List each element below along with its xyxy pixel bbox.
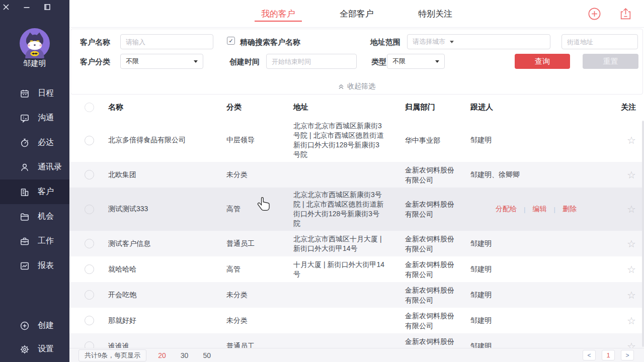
calendar-icon — [19, 88, 30, 99]
page-size-20[interactable]: 20 — [158, 351, 166, 359]
table-body: 北京多倍得食品有限公司 中层领导 北京市北京市西城区新康街3号院 | 北京市西城… — [69, 119, 644, 348]
sidebar: 邹建明 日程沟通必达通讯录客户机会工作报表 创建设置 — [0, 0, 69, 362]
row-action-编辑[interactable]: 编辑 — [533, 205, 547, 214]
customer-name: 北欧集团 — [108, 170, 226, 179]
prev-page-button[interactable]: < — [583, 350, 596, 360]
star-icon[interactable]: ☆ — [627, 315, 636, 326]
sidebar-item-通讯录[interactable]: 通讯录 — [0, 155, 69, 179]
star-icon[interactable]: ☆ — [627, 264, 636, 275]
type-select[interactable]: 不限 — [387, 54, 445, 69]
sidebar-item-客户[interactable]: 客户 — [0, 179, 69, 204]
sidebar-item-工作[interactable]: 工作 — [0, 229, 69, 253]
customer-address: 北京北京市西城区十月大厦 | 新街口外大街甲14号 — [293, 232, 405, 256]
reset-button[interactable]: 重置 — [583, 54, 638, 69]
customer-address: 十月大厦 | 新街口外大街甲14号 — [293, 257, 405, 282]
tab-我的客户[interactable]: 我的客户 — [259, 0, 298, 27]
star-icon[interactable]: ☆ — [627, 135, 636, 146]
page-size-options: 203050 — [158, 351, 211, 359]
table-row[interactable]: 就哈哈哈 高管 十月大厦 | 新街口外大街甲14号 金新农饲料股份有限公司 邹建… — [69, 256, 644, 282]
customer-follower: 邹建明 — [470, 136, 606, 145]
page-size-30[interactable]: 30 — [181, 351, 189, 359]
table-row[interactable]: 测试测试333 高管 北京北京市西城区新康街3号院 | 北京市西城区德胜街道新街… — [69, 188, 644, 231]
row-action-分配给[interactable]: 分配给 — [496, 205, 517, 214]
customer-name-input[interactable] — [120, 34, 213, 49]
action-separator: | — [554, 206, 555, 213]
row-select-radio[interactable] — [85, 341, 94, 348]
row-select-radio[interactable] — [85, 264, 94, 274]
header-department: 归属部门 — [405, 103, 470, 112]
table-row[interactable]: 开会吃饱 未分类 金新农饲料股份有限公司 邹建明 ☆ — [69, 282, 644, 308]
minimize-icon[interactable] — [23, 4, 30, 11]
tab-特别关注[interactable]: 特别关注 — [416, 0, 455, 27]
customer-category: 未分类 — [226, 170, 293, 179]
header-name: 名称 — [108, 103, 226, 112]
customer-department: 金新农饲料股份有限公司 — [405, 165, 470, 185]
sidebar-item-报表[interactable]: 报表 — [0, 253, 69, 278]
add-icon[interactable] — [588, 7, 601, 21]
customer-category-label: 客户分类 — [80, 57, 110, 67]
customer-department: 金新农饲料股份有限公司 — [405, 199, 470, 219]
sidebar-item-创建[interactable]: 创建 — [0, 314, 69, 337]
customer-follower: 邹建明 — [470, 316, 606, 325]
app-window: 邹建明 日程沟通必达通讯录客户机会工作报表 创建设置 我的客户全部客户特别关注 … — [0, 0, 644, 362]
customer-name: 开会吃饱 — [108, 291, 226, 300]
sidebar-item-label: 沟通 — [38, 113, 54, 123]
table-row[interactable]: 谁谁谁 普通员工 金新农饲料股份有限公司 邹建明 ☆ — [69, 333, 644, 348]
customer-department: 华中事业部 — [405, 135, 470, 145]
sidebar-item-沟通[interactable]: 沟通 — [0, 106, 69, 130]
maximize-icon[interactable] — [44, 4, 51, 11]
category-select[interactable]: 不限 — [120, 54, 203, 69]
close-icon[interactable] — [3, 4, 10, 11]
create-time-label: 创建时间 — [229, 57, 260, 67]
row-select-radio[interactable] — [85, 205, 94, 214]
tab-全部客户[interactable]: 全部客户 — [337, 0, 376, 27]
collapse-filter-link[interactable]: 收起筛选 — [71, 82, 642, 91]
star-icon[interactable]: ☆ — [627, 169, 636, 180]
table-row[interactable]: 北京多倍得食品有限公司 中层领导 北京市北京市西城区新康街3号院 | 北京市西城… — [69, 119, 644, 162]
customer-address — [293, 318, 405, 323]
exact-search-checkbox[interactable]: ✓ — [227, 37, 235, 45]
row-select-radio[interactable] — [85, 316, 94, 325]
city-select[interactable]: 请选择城市 — [407, 34, 550, 49]
gear-icon — [19, 344, 30, 355]
search-button[interactable]: 查询 — [515, 54, 570, 69]
current-page-button[interactable]: 1 — [602, 350, 615, 360]
topbar: 我的客户全部客户特别关注 — [69, 0, 644, 28]
star-icon[interactable]: ☆ — [627, 204, 636, 215]
star-icon[interactable]: ☆ — [627, 238, 636, 249]
street-address-input[interactable] — [561, 34, 638, 49]
scrollbar-thumb[interactable] — [642, 121, 644, 347]
star-icon[interactable]: ☆ — [627, 290, 636, 301]
export-icon[interactable] — [619, 7, 632, 21]
row-select-radio[interactable] — [85, 170, 94, 179]
sidebar-item-必达[interactable]: 必达 — [0, 130, 69, 155]
sidebar-item-机会[interactable]: 机会 — [0, 204, 69, 229]
next-page-button[interactable]: > — [621, 350, 634, 360]
row-select-radio[interactable] — [85, 239, 94, 248]
sidebar-item-label: 客户 — [38, 187, 54, 197]
row-action-删除[interactable]: 删除 — [562, 205, 577, 214]
customer-follower: 分配给|编辑|删除 — [470, 205, 606, 214]
customer-name: 北京多倍得食品有限公司 — [108, 136, 226, 145]
chevron-down-icon — [450, 41, 454, 43]
sidebar-item-日程[interactable]: 日程 — [0, 81, 69, 106]
page-size-50[interactable]: 50 — [203, 351, 211, 359]
window-controls — [3, 4, 51, 11]
sidebar-item-设置[interactable]: 设置 — [0, 337, 69, 361]
table-row[interactable]: 那就好好 未分类 金新农饲料股份有限公司 邹建明 ☆ — [69, 308, 644, 333]
customer-department: 金新农饲料股份有限公司 — [405, 336, 470, 348]
table-row[interactable]: 测试客户信息 普通员工 北京北京市西城区十月大厦 | 新街口外大街甲14号 金新… — [69, 231, 644, 256]
briefcase-icon — [19, 236, 30, 247]
row-select-radio[interactable] — [85, 136, 94, 145]
select-all-radio[interactable] — [85, 103, 94, 112]
star-icon[interactable]: ☆ — [627, 341, 636, 348]
customer-category: 普通员工 — [226, 342, 293, 348]
header-follower: 跟进人 — [470, 103, 606, 112]
sidebar-item-label: 报表 — [38, 260, 54, 271]
customer-category: 未分类 — [226, 316, 293, 325]
create-time-input[interactable] — [266, 54, 357, 69]
avatar[interactable] — [20, 28, 50, 58]
table-row[interactable]: 北欧集团 未分类 金新农饲料股份有限公司 邹建明、徐卿卿 ☆ — [69, 162, 644, 188]
customer-category: 中层领导 — [226, 136, 293, 145]
row-select-radio[interactable] — [85, 290, 94, 300]
